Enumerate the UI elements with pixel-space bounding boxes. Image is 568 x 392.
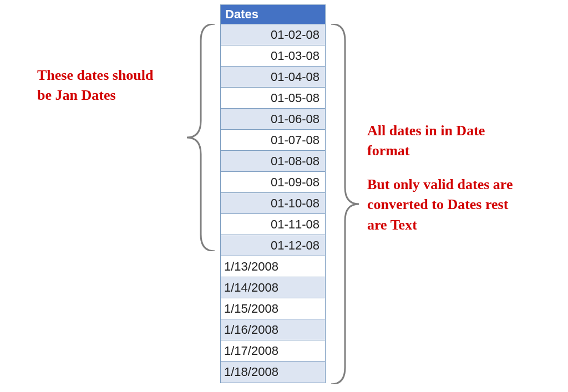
table-cell[interactable]: 1/15/2008: [221, 298, 325, 319]
dates-table: Dates 01-02-0801-03-0801-04-0801-05-0801…: [220, 4, 326, 383]
right-annotation: All dates in in Date format But only val…: [367, 121, 534, 235]
right-annotation-line4: converted to Dates rest: [367, 195, 534, 215]
right-annotation-line3: But only valid dates are: [367, 175, 534, 195]
table-cell[interactable]: 1/16/2008: [221, 319, 325, 340]
table-cell[interactable]: 01-04-08: [221, 67, 325, 88]
table-cell[interactable]: 1/13/2008: [221, 256, 325, 277]
table-cell[interactable]: 1/17/2008: [221, 340, 325, 362]
table-cell[interactable]: 01-09-08: [221, 172, 325, 193]
right-annotation-line5: are Text: [367, 215, 534, 235]
left-annotation-line1: These dates should: [37, 65, 181, 85]
table-cell[interactable]: 01-08-08: [221, 151, 325, 172]
table-cell[interactable]: 01-06-08: [221, 109, 325, 130]
table-cell[interactable]: 1/14/2008: [221, 277, 325, 298]
table-cell[interactable]: 01-05-08: [221, 88, 325, 109]
table-cell[interactable]: 01-07-08: [221, 130, 325, 151]
right-annotation-line1: All dates in in Date: [367, 121, 534, 141]
table-cell[interactable]: 1/18/2008: [221, 362, 325, 383]
table-cell[interactable]: 01-12-08: [221, 235, 325, 256]
left-brace-icon: [184, 24, 217, 251]
right-annotation-line2: format: [367, 141, 534, 161]
table-cell[interactable]: 01-02-08: [221, 24, 325, 45]
table-cell[interactable]: 01-10-08: [221, 193, 325, 214]
left-annotation: These dates should be Jan Dates: [37, 65, 181, 106]
right-brace-icon: [328, 24, 362, 384]
column-header-dates[interactable]: Dates: [221, 5, 325, 24]
table-cell[interactable]: 01-11-08: [221, 214, 325, 235]
left-annotation-line2: be Jan Dates: [37, 85, 181, 105]
table-cell[interactable]: 01-03-08: [221, 45, 325, 67]
